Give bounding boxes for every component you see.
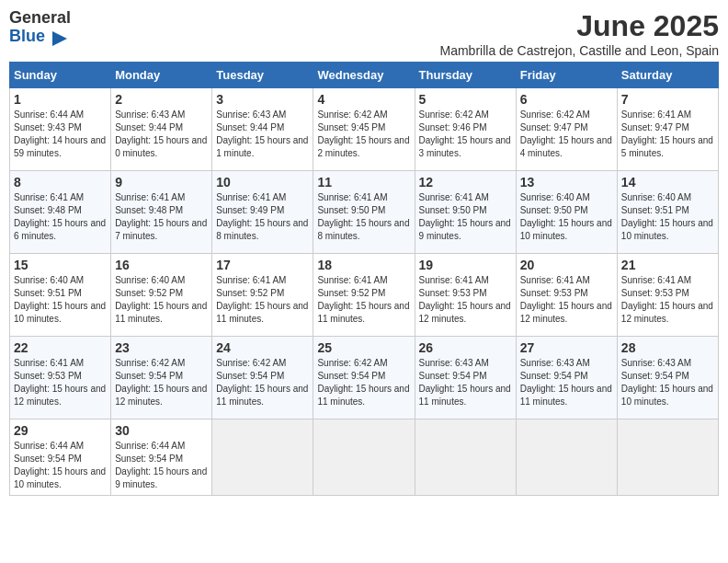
day-info: Sunrise: 6:43 AMSunset: 9:44 PMDaylight:… (216, 109, 308, 158)
day-number: 25 (317, 340, 410, 355)
calendar-cell: 6 Sunrise: 6:42 AMSunset: 9:47 PMDayligh… (516, 88, 617, 171)
calendar-week-3: 15 Sunrise: 6:40 AMSunset: 9:51 PMDaylig… (10, 254, 719, 337)
calendar-cell: 24 Sunrise: 6:42 AMSunset: 9:54 PMDaylig… (212, 337, 313, 419)
day-number: 13 (520, 175, 613, 190)
day-number: 29 (14, 423, 107, 438)
calendar-cell: 9 Sunrise: 6:41 AMSunset: 9:48 PMDayligh… (111, 171, 212, 254)
day-info: Sunrise: 6:43 AMSunset: 9:44 PMDaylight:… (115, 109, 207, 158)
day-number: 24 (216, 340, 309, 355)
day-number: 19 (419, 258, 512, 272)
calendar-week-2: 8 Sunrise: 6:41 AMSunset: 9:48 PMDayligh… (10, 171, 719, 254)
calendar-cell: 27 Sunrise: 6:43 AMSunset: 9:54 PMDaylig… (516, 337, 617, 419)
day-number: 6 (520, 92, 613, 107)
column-header-saturday: Saturday (617, 63, 718, 88)
day-info: Sunrise: 6:41 AMSunset: 9:52 PMDaylight:… (216, 275, 308, 324)
day-info: Sunrise: 6:41 AMSunset: 9:50 PMDaylight:… (419, 192, 511, 241)
day-info: Sunrise: 6:41 AMSunset: 9:53 PMDaylight:… (419, 275, 511, 324)
logo: General Blue (9, 9, 71, 51)
calendar-cell: 20 Sunrise: 6:41 AMSunset: 9:53 PMDaylig… (516, 254, 617, 337)
day-info: Sunrise: 6:44 AMSunset: 9:43 PMDaylight:… (14, 109, 106, 158)
calendar-cell: 18 Sunrise: 6:41 AMSunset: 9:52 PMDaylig… (313, 254, 415, 337)
day-number: 2 (115, 92, 208, 107)
day-number: 5 (419, 92, 512, 107)
day-number: 16 (115, 258, 208, 272)
day-number: 10 (216, 175, 309, 190)
title-section: June 2025 Mambrilla de Castrejon, Castil… (440, 9, 720, 58)
day-number: 22 (14, 340, 107, 355)
day-info: Sunrise: 6:41 AMSunset: 9:48 PMDaylight:… (14, 192, 106, 241)
calendar-cell: 7 Sunrise: 6:41 AMSunset: 9:47 PMDayligh… (617, 88, 718, 171)
day-info: Sunrise: 6:41 AMSunset: 9:47 PMDaylight:… (621, 109, 713, 158)
day-number: 17 (216, 258, 309, 272)
column-header-tuesday: Tuesday (212, 63, 313, 88)
calendar-cell: 1 Sunrise: 6:44 AMSunset: 9:43 PMDayligh… (10, 88, 111, 171)
day-number: 23 (115, 340, 208, 355)
calendar-cell: 13 Sunrise: 6:40 AMSunset: 9:50 PMDaylig… (516, 171, 617, 254)
logo-general: General (9, 8, 71, 27)
day-number: 8 (14, 175, 107, 190)
day-number: 26 (419, 340, 512, 355)
day-info: Sunrise: 6:42 AMSunset: 9:54 PMDaylight:… (317, 358, 409, 407)
day-info: Sunrise: 6:41 AMSunset: 9:53 PMDaylight:… (14, 358, 106, 407)
month-title: June 2025 (440, 9, 720, 43)
calendar-cell: 29 Sunrise: 6:44 AMSunset: 9:54 PMDaylig… (10, 419, 111, 496)
day-number: 7 (621, 92, 714, 107)
day-info: Sunrise: 6:41 AMSunset: 9:53 PMDaylight:… (520, 275, 612, 324)
day-number: 30 (115, 423, 208, 438)
location-subtitle: Mambrilla de Castrejon, Castille and Leo… (440, 43, 720, 58)
calendar-cell: 14 Sunrise: 6:40 AMSunset: 9:51 PMDaylig… (617, 171, 718, 254)
day-number: 4 (317, 92, 410, 107)
calendar-week-5: 29 Sunrise: 6:44 AMSunset: 9:54 PMDaylig… (10, 419, 719, 496)
day-info: Sunrise: 6:43 AMSunset: 9:54 PMDaylight:… (419, 358, 511, 407)
column-header-friday: Friday (516, 63, 617, 88)
calendar-cell: 25 Sunrise: 6:42 AMSunset: 9:54 PMDaylig… (313, 337, 415, 419)
day-number: 9 (115, 175, 208, 190)
day-number: 21 (621, 258, 714, 272)
day-number: 28 (621, 340, 714, 355)
logo-triangle-icon (51, 29, 69, 52)
calendar-cell: 19 Sunrise: 6:41 AMSunset: 9:53 PMDaylig… (415, 254, 516, 337)
day-number: 18 (317, 258, 410, 272)
calendar-cell (617, 419, 718, 496)
day-info: Sunrise: 6:43 AMSunset: 9:54 PMDaylight:… (621, 358, 713, 407)
day-number: 1 (14, 92, 107, 107)
day-info: Sunrise: 6:42 AMSunset: 9:46 PMDaylight:… (419, 109, 511, 158)
calendar-cell: 11 Sunrise: 6:41 AMSunset: 9:50 PMDaylig… (313, 171, 415, 254)
calendar-cell: 17 Sunrise: 6:41 AMSunset: 9:52 PMDaylig… (212, 254, 313, 337)
calendar-week-1: 1 Sunrise: 6:44 AMSunset: 9:43 PMDayligh… (10, 88, 719, 171)
day-info: Sunrise: 6:42 AMSunset: 9:45 PMDaylight:… (317, 109, 409, 158)
day-info: Sunrise: 6:42 AMSunset: 9:47 PMDaylight:… (520, 109, 612, 158)
calendar-cell (516, 419, 617, 496)
day-info: Sunrise: 6:41 AMSunset: 9:50 PMDaylight:… (317, 192, 409, 241)
day-info: Sunrise: 6:40 AMSunset: 9:51 PMDaylight:… (621, 192, 713, 241)
calendar-cell (415, 419, 516, 496)
logo-blue: Blue (9, 27, 45, 45)
calendar-cell: 10 Sunrise: 6:41 AMSunset: 9:49 PMDaylig… (212, 171, 313, 254)
calendar-cell (313, 419, 415, 496)
day-info: Sunrise: 6:44 AMSunset: 9:54 PMDaylight:… (14, 441, 106, 489)
column-header-sunday: Sunday (10, 63, 111, 88)
calendar-header-row: SundayMondayTuesdayWednesdayThursdayFrid… (10, 63, 719, 88)
day-number: 20 (520, 258, 613, 272)
svg-marker-0 (52, 31, 67, 46)
column-header-monday: Monday (111, 63, 212, 88)
day-number: 11 (317, 175, 410, 190)
day-number: 15 (14, 258, 107, 272)
day-info: Sunrise: 6:40 AMSunset: 9:50 PMDaylight:… (520, 192, 612, 241)
calendar-cell: 26 Sunrise: 6:43 AMSunset: 9:54 PMDaylig… (415, 337, 516, 419)
day-info: Sunrise: 6:40 AMSunset: 9:52 PMDaylight:… (115, 275, 207, 324)
day-info: Sunrise: 6:41 AMSunset: 9:48 PMDaylight:… (115, 192, 207, 241)
calendar-cell: 16 Sunrise: 6:40 AMSunset: 9:52 PMDaylig… (111, 254, 212, 337)
day-info: Sunrise: 6:42 AMSunset: 9:54 PMDaylight:… (115, 358, 207, 407)
column-header-wednesday: Wednesday (313, 63, 415, 88)
calendar-cell: 12 Sunrise: 6:41 AMSunset: 9:50 PMDaylig… (415, 171, 516, 254)
page-header: General Blue June 2025 Mambrilla de Cast… (9, 9, 719, 58)
day-number: 27 (520, 340, 613, 355)
calendar-table: SundayMondayTuesdayWednesdayThursdayFrid… (9, 62, 719, 496)
day-number: 14 (621, 175, 714, 190)
day-number: 3 (216, 92, 309, 107)
calendar-cell: 5 Sunrise: 6:42 AMSunset: 9:46 PMDayligh… (415, 88, 516, 171)
day-number: 12 (419, 175, 512, 190)
calendar-week-4: 22 Sunrise: 6:41 AMSunset: 9:53 PMDaylig… (10, 337, 719, 419)
calendar-cell: 28 Sunrise: 6:43 AMSunset: 9:54 PMDaylig… (617, 337, 718, 419)
